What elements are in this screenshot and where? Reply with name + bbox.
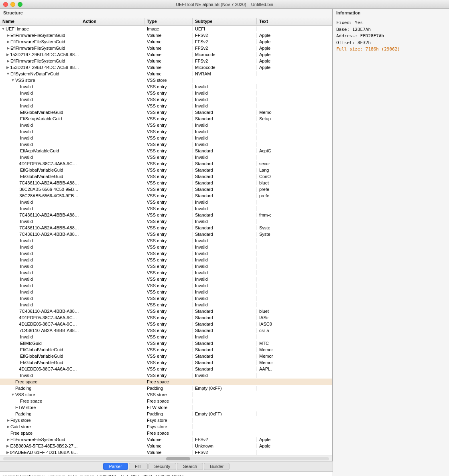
tree-row[interactable]: InvalidVSS entryInvalid [0,276,332,282]
tree-row[interactable]: PaddingPaddingEmpty (0xFF) [0,385,332,391]
scrollbar-thumb[interactable] [166,457,190,460]
tree-row[interactable]: 7C436110-AB2A-4BBB-A880…VSS entryStandar… [0,327,332,334]
expander-icon[interactable] [6,418,10,422]
tree-row[interactable]: InvalidVSS entryInvalid [0,154,332,160]
tab-security[interactable]: Security [148,463,177,470]
expander-icon[interactable] [6,72,10,76]
tree-row[interactable]: Gaid storeFsys store [0,423,332,430]
tree-row[interactable]: InvalidVSS entryInvalid [0,250,332,257]
tree-row[interactable]: 7C436110-AB2A-4BBB-A880…VSS entryStandar… [0,180,332,186]
window-controls[interactable] [3,2,22,7]
tree-row[interactable]: 153D2197-29BD-44DC-AC59-887…VolumeMicroc… [0,64,332,71]
tree-row[interactable]: FTW storeFTW store [0,404,332,411]
minimize-button[interactable] [10,2,15,7]
tree-row[interactable]: 7C436110-AB2A-4BBB-A880…VSS entryStandar… [0,231,332,237]
expander-icon[interactable] [10,78,15,82]
row-name: EfiGlobalVariableGuid [20,168,63,172]
tree-row[interactable]: InvalidVSS entryInvalid [0,135,332,141]
expander-icon[interactable] [5,450,10,454]
tree-row[interactable]: EfiAcpiVariableGuidVSS entryStandardAcpi… [0,148,332,154]
tree-row[interactable]: InvalidVSS entryInvalid [0,141,332,148]
log-line: parseVolumeHeader: unknown file system E… [2,474,330,476]
tree-container[interactable]: UEFI imageImageUEFIEfiFirmwareFileSystem… [0,26,332,456]
expander-icon[interactable] [6,46,10,50]
tree-row[interactable]: UEFI imageImageUEFI [0,26,332,32]
tree-row[interactable]: VSS storeVSS store [0,77,332,83]
expander-icon[interactable] [6,438,10,442]
tree-row[interactable]: EfiGlobalVariableGuidVSS entryStandardCo… [0,173,332,180]
tree-row[interactable]: EfiFirmwareFileSystemGuidVolumeFFSv2Appl… [0,45,332,51]
tree-row[interactable]: EfiSetupVariableGuidVSS entryStandardSet… [0,115,332,122]
tree-row[interactable]: InvalidVSS entryInvalid [0,83,332,90]
tree-row[interactable]: Free spaceFree space [0,398,332,404]
row-name: Padding [15,386,31,391]
row-type: VSS entry [144,251,193,256]
tree-row[interactable]: InvalidVSS entryInvalid [0,302,332,308]
tree-row[interactable]: 4D1EDE05-38C7-4A6A-9CC6…VSS entryStandar… [0,314,332,321]
expander-icon[interactable] [6,59,10,63]
tree-row[interactable]: 36C28AB5-6566-4C50-9EB0…VSS entryStandar… [0,186,332,192]
tree-row[interactable]: 04ADEEAD-61FF-4D31-B6BA-64F…VolumeFFSv2 [0,449,332,456]
tree-row[interactable]: InvalidVSS entryInvalid [0,282,332,289]
tree-row[interactable]: InvalidVSS entryInvalid [0,269,332,276]
expander-icon[interactable] [6,33,10,37]
tree-row[interactable]: 7C436110-AB2A-4BBB-A880…VSS entryStandar… [0,212,332,218]
tree-row[interactable]: EfiGlobalVariableGuidVSS entryStandardMe… [0,353,332,359]
expander-icon[interactable] [1,27,6,31]
tree-row[interactable]: EfiFirmwareFileSystemGuidVolumeFFSv2Appl… [0,38,332,45]
tree-row[interactable]: InvalidVSS entryInvalid [0,205,332,212]
tree-row[interactable]: EfiGlobalVariableGuidVSS entryStandardMe… [0,346,332,353]
tree-row[interactable]: PaddingPaddingEmpty (0xFF) [0,411,332,417]
tree-row[interactable]: 7C436110-AB2A-4BBB-A880…VSS entryStandar… [0,225,332,231]
tree-row[interactable]: InvalidVSS entryInvalid [0,257,332,263]
close-button[interactable] [3,2,8,7]
tree-row[interactable]: EfiMtcGuidVSS entryStandardMTC [0,340,332,346]
tree-row[interactable]: Free spaceFree space [0,430,332,436]
tab-search[interactable]: Search [177,463,203,470]
tree-row[interactable]: 4D1EDE05-38C7-4A6A-9CC6…VSS entryStandar… [0,160,332,167]
tab-fit[interactable]: FIT [129,463,148,470]
tree-row[interactable]: InvalidVSS entryInvalid [0,96,332,103]
tree-row[interactable]: EfiSystemNvDataFvGuidVolumeNVRAM [0,71,332,77]
expander-icon[interactable] [6,53,10,57]
tree-row[interactable]: InvalidVSS entryInvalid [0,244,332,250]
tree-row[interactable]: EfiGlobalVariableGuidVSS entryStandardLa… [0,167,332,173]
tree-row[interactable]: VSS storeVSS store [0,391,332,398]
tree-row[interactable]: 4D1EDE05-38C7-4A6A-9CC6…VSS entryStandar… [0,366,332,372]
horizontal-scrollbar[interactable] [0,456,332,461]
maximize-button[interactable] [18,2,22,7]
tree-row[interactable]: EfiFirmwareFileSystemGuidVolumeFFSv2Appl… [0,32,332,38]
tree-row[interactable]: EfiFirmwareFileSystemGuidVolumeFFSv2Appl… [0,58,332,64]
expander-icon[interactable] [6,65,10,69]
row-name: 153D2197-29BD-44DC-AC59-887… [10,52,79,57]
tree-row[interactable]: Free spaceFree space [0,379,332,385]
tree-row[interactable]: InvalidVSS entryInvalid [0,334,332,340]
tree-row[interactable]: InvalidVSS entryInvalid [0,295,332,302]
tree-row[interactable]: EfiGlobalVariableGuidVSS entryStandardMe… [0,109,332,115]
tree-row[interactable]: InvalidVSS entryInvalid [0,199,332,205]
tree-row[interactable]: InvalidVSS entryInvalid [0,103,332,109]
tree-row[interactable]: EfiFirmwareFileSystemGuidVolumeFFSv2Appl… [0,436,332,443]
tree-row[interactable]: E3B980A9-5FE3-48E5-9B92-279…VolumeUnknow… [0,443,332,449]
tree-row[interactable]: InvalidVSS entryInvalid [0,263,332,269]
tree-row[interactable]: 4D1EDE05-38C7-4A6A-9CC6…VSS entryStandar… [0,321,332,327]
tab-parser[interactable]: Parser [103,463,128,470]
tree-row[interactable]: InvalidVSS entryInvalid [0,237,332,244]
tree-row[interactable]: InvalidVSS entryInvalid [0,372,332,379]
expander-icon[interactable] [10,393,15,397]
tree-row[interactable]: EfiGlobalVariableGuidVSS entryStandardMe… [0,359,332,366]
tree-row[interactable]: InvalidVSS entryInvalid [0,122,332,128]
row-subtype: Invalid [193,238,257,243]
tree-row[interactable]: 7C436110-AB2A-4BBB-A880…VSS entryStandar… [0,308,332,314]
tree-row[interactable]: InvalidVSS entryInvalid [0,218,332,225]
tree-row[interactable]: InvalidVSS entryInvalid [0,90,332,96]
tree-row[interactable]: 36C28AB5-6566-4C50-9EB0…VSS entryStandar… [0,192,332,199]
tree-row[interactable]: InvalidVSS entryInvalid [0,289,332,295]
tree-row[interactable]: InvalidVSS entryInvalid [0,128,332,135]
tab-builder[interactable]: Builder [204,463,230,470]
expander-icon[interactable] [6,40,10,44]
tree-row[interactable]: Fsys storeFsys store [0,417,332,423]
expander-icon[interactable] [6,444,10,448]
expander-icon[interactable] [6,425,10,429]
tree-row[interactable]: 153D2197-29BD-44DC-AC59-887…VolumeMicroc… [0,51,332,58]
